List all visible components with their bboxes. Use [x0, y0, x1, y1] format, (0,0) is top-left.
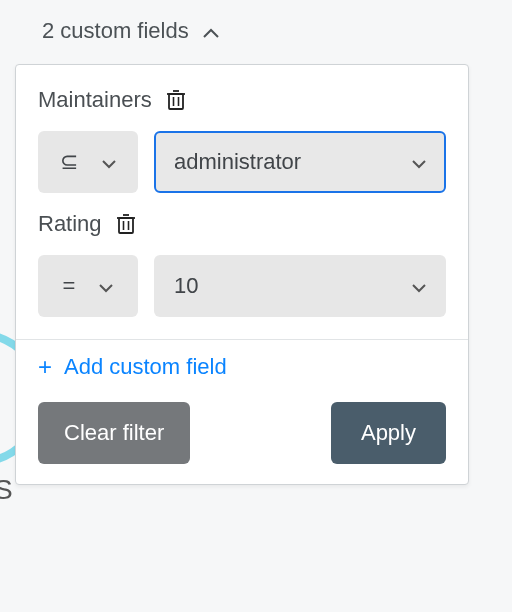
value-select[interactable]: administrator	[154, 131, 446, 193]
custom-fields-toggle-label: 2 custom fields	[42, 18, 189, 44]
chevron-down-icon	[412, 149, 426, 175]
filter-header: Rating	[38, 211, 446, 237]
add-custom-field-label: Add custom field	[64, 354, 227, 380]
filter-label: Rating	[38, 211, 102, 237]
clear-filter-button[interactable]: Clear filter	[38, 402, 190, 464]
trash-icon[interactable]	[116, 213, 136, 235]
custom-fields-toggle[interactable]: 2 custom fields	[42, 18, 219, 44]
operator-select[interactable]: ⊆	[38, 131, 138, 193]
operator-value: ⊆	[60, 149, 78, 175]
chevron-down-icon	[412, 273, 426, 299]
value-select[interactable]: 10	[154, 255, 446, 317]
apply-button[interactable]: Apply	[331, 402, 446, 464]
value-text: administrator	[174, 149, 301, 175]
filter-header: Maintainers	[38, 87, 446, 113]
chevron-up-icon	[203, 18, 219, 44]
filter-row: ⊆ administrator	[38, 131, 446, 193]
clear-filter-label: Clear filter	[64, 420, 164, 446]
custom-fields-panel: Maintainers ⊆	[15, 64, 469, 485]
svg-rect-0	[169, 94, 183, 109]
trash-icon[interactable]	[166, 89, 186, 111]
action-buttons: Clear filter Apply	[38, 402, 446, 464]
filter-row: = 10	[38, 255, 446, 317]
plus-icon: +	[38, 355, 52, 379]
filter-maintainers: Maintainers ⊆	[38, 87, 446, 193]
divider	[16, 339, 468, 340]
filter-label: Maintainers	[38, 87, 152, 113]
operator-select[interactable]: =	[38, 255, 138, 317]
value-text: 10	[174, 273, 198, 299]
chevron-down-icon	[99, 273, 113, 299]
apply-label: Apply	[361, 420, 416, 446]
svg-rect-5	[119, 218, 133, 233]
add-custom-field-button[interactable]: + Add custom field	[38, 354, 446, 380]
chevron-down-icon	[102, 149, 116, 175]
bg-decoration-letter: S	[0, 474, 13, 506]
operator-value: =	[63, 273, 76, 299]
filter-rating: Rating =	[38, 211, 446, 317]
